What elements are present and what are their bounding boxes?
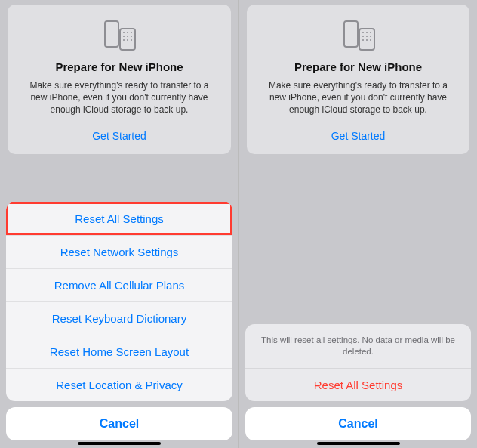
home-indicator[interactable] bbox=[78, 442, 161, 445]
reset-all-settings-option[interactable]: Reset All Settings bbox=[6, 202, 232, 235]
svg-point-7 bbox=[131, 36, 132, 37]
reset-action-sheet: Reset All Settings Reset Network Setting… bbox=[6, 202, 232, 448]
prepare-title: Prepare for New iPhone bbox=[256, 60, 460, 73]
svg-point-17 bbox=[366, 36, 368, 37]
svg-point-16 bbox=[362, 36, 364, 37]
transfer-devices-icon bbox=[256, 20, 460, 51]
svg-point-9 bbox=[127, 39, 128, 41]
reset-home-screen-layout-option[interactable]: Reset Home Screen Layout bbox=[6, 335, 232, 368]
confirm-message: This will reset all settings. No data or… bbox=[245, 324, 471, 368]
get-started-button[interactable]: Get Started bbox=[256, 130, 460, 142]
confirm-reset-all-settings-button[interactable]: Reset All Settings bbox=[245, 368, 471, 401]
transfer-devices-icon bbox=[17, 20, 222, 51]
svg-point-4 bbox=[131, 32, 132, 33]
reset-keyboard-dictionary-option[interactable]: Reset Keyboard Dictionary bbox=[6, 301, 232, 335]
confirm-action-sheet: This will reset all settings. No data or… bbox=[245, 324, 471, 448]
confirm-group: This will reset all settings. No data or… bbox=[245, 324, 471, 401]
screen-reset-confirm: Prepare for New iPhone Make sure everyth… bbox=[238, 0, 477, 448]
screen-reset-options: Prepare for New iPhone Make sure everyth… bbox=[0, 0, 238, 448]
svg-point-3 bbox=[127, 32, 128, 33]
svg-point-8 bbox=[123, 39, 125, 41]
svg-rect-11 bbox=[344, 21, 358, 47]
cancel-button[interactable]: Cancel bbox=[6, 407, 232, 440]
prepare-title: Prepare for New iPhone bbox=[17, 60, 222, 73]
prepare-description: Make sure everything's ready to transfer… bbox=[23, 79, 216, 116]
svg-point-21 bbox=[370, 39, 371, 41]
svg-rect-0 bbox=[105, 21, 118, 47]
svg-point-19 bbox=[362, 39, 364, 41]
cancel-button[interactable]: Cancel bbox=[245, 407, 471, 440]
svg-point-20 bbox=[366, 39, 368, 41]
svg-point-10 bbox=[131, 39, 132, 41]
svg-point-6 bbox=[127, 36, 128, 37]
prepare-description: Make sure everything's ready to transfer… bbox=[262, 79, 454, 116]
svg-point-14 bbox=[366, 32, 368, 33]
prepare-for-new-iphone-card: Prepare for New iPhone Make sure everyth… bbox=[8, 5, 231, 154]
home-indicator[interactable] bbox=[317, 442, 400, 445]
svg-point-15 bbox=[370, 32, 371, 33]
svg-point-5 bbox=[123, 36, 125, 37]
prepare-for-new-iphone-card: Prepare for New iPhone Make sure everyth… bbox=[247, 5, 469, 154]
svg-point-13 bbox=[362, 32, 364, 33]
svg-point-2 bbox=[123, 32, 125, 33]
remove-all-cellular-plans-option[interactable]: Remove All Cellular Plans bbox=[6, 268, 232, 301]
reset-location-privacy-option[interactable]: Reset Location & Privacy bbox=[6, 368, 232, 401]
svg-point-18 bbox=[370, 36, 371, 37]
get-started-button[interactable]: Get Started bbox=[17, 130, 222, 142]
reset-options-group: Reset All Settings Reset Network Setting… bbox=[6, 202, 232, 401]
reset-network-settings-option[interactable]: Reset Network Settings bbox=[6, 235, 232, 268]
